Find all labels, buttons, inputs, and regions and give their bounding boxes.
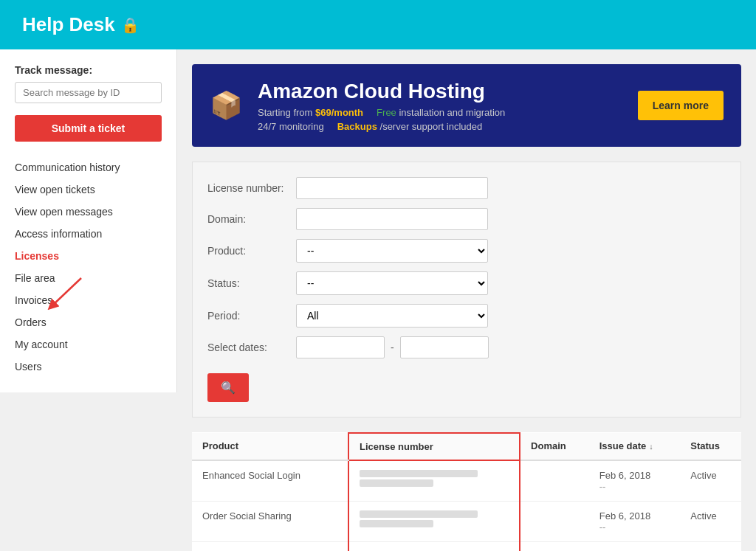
- period-label: Period:: [207, 310, 296, 322]
- col-issue-date: Issue date ↓: [589, 433, 680, 460]
- dates-label: Select dates:: [207, 342, 296, 353]
- track-message-label: Track message:: [0, 64, 176, 82]
- sidebar-item-users[interactable]: Users: [0, 356, 176, 378]
- sidebar-item-invoices[interactable]: Invoices: [0, 289, 176, 311]
- header-title: Help Desk 🔒: [22, 13, 140, 36]
- product-cell-1: Enhanced Social Login: [192, 460, 348, 502]
- col-product: Product: [192, 433, 348, 460]
- lock-icon: 🔒: [121, 16, 140, 34]
- product-row: Product: --: [207, 239, 726, 263]
- banner-text: Amazon Cloud Hosting Starting from $69/m…: [258, 79, 623, 132]
- license-number-bar-2b: [360, 520, 433, 527]
- product-select[interactable]: --: [296, 239, 488, 263]
- banner-line2: 24/7 monitoring Backups /server support …: [258, 121, 623, 132]
- license-input[interactable]: [296, 177, 488, 199]
- dates-row: Select dates: -: [207, 336, 726, 358]
- status-cell-2: Active: [680, 501, 741, 541]
- banner-free-text: Free: [377, 107, 396, 118]
- sort-icon: ↓: [649, 442, 653, 451]
- filter-form: License number: Domain: Product: -- Stat…: [192, 162, 741, 417]
- domain-cell-2: [520, 501, 589, 541]
- search-input[interactable]: [15, 82, 162, 103]
- domain-label: Domain:: [207, 213, 296, 225]
- submit-ticket-button[interactable]: Submit a ticket: [15, 115, 162, 142]
- banner-backups: Backups: [337, 121, 377, 132]
- table-header-row: Product License number Domain Issue date…: [192, 433, 741, 460]
- domain-row: Domain:: [207, 208, 726, 230]
- search-button[interactable]: 🔍: [207, 373, 249, 402]
- col-status: Status: [680, 433, 741, 460]
- header-title-text: Help Desk: [22, 13, 115, 36]
- status-cell-1: Active: [680, 460, 741, 502]
- license-cell-1: [348, 460, 520, 502]
- product-cell-3: Advanced Social Buttons: [192, 541, 348, 551]
- license-cell-3: [348, 541, 520, 551]
- sidebar-nav: Communication history View open tickets …: [0, 156, 176, 378]
- license-number-bar-1: [360, 470, 478, 477]
- date-from-input[interactable]: [296, 336, 385, 358]
- license-number-bar-2: [360, 510, 478, 518]
- sidebar-item-access-information[interactable]: Access information: [0, 223, 176, 245]
- license-cell-2: [348, 501, 520, 541]
- license-row: License number:: [207, 177, 726, 199]
- banner-line1: Starting from $69/month Free installatio…: [258, 107, 623, 118]
- col-license: License number: [348, 433, 520, 460]
- banner-starting-text: Starting from: [258, 107, 315, 118]
- domain-cell-1: [520, 460, 589, 502]
- status-row: Status: --: [207, 271, 726, 295]
- table-row: Order Social Sharing Feb 6, 2018 -- Acti…: [192, 501, 741, 541]
- date-to-input[interactable]: [400, 336, 489, 358]
- sidebar-item-licenses[interactable]: Licenses: [0, 245, 176, 267]
- issue-date-cell-2: Feb 6, 2018 --: [589, 501, 680, 541]
- domain-cell-3: [520, 541, 589, 551]
- banner-price: $69/month: [315, 107, 363, 118]
- issue-date-cell-3: Feb 6, 2018 --: [589, 541, 680, 551]
- license-label: License number:: [207, 182, 296, 194]
- domain-input[interactable]: [296, 208, 488, 230]
- table-row: Advanced Social Buttons Feb 6, 2018 -- A…: [192, 541, 741, 551]
- table-row: Enhanced Social Login Feb 6, 2018 -- Act…: [192, 460, 741, 502]
- content-area: 📦 Amazon Cloud Hosting Starting from $69…: [177, 49, 756, 551]
- status-label: Status:: [207, 277, 296, 289]
- sidebar-item-view-open-messages[interactable]: View open messages: [0, 201, 176, 223]
- col-domain: Domain: [520, 433, 589, 460]
- header: Help Desk 🔒: [0, 0, 756, 49]
- sidebar: Track message: Submit a ticket Communica…: [0, 49, 177, 392]
- product-label: Product:: [207, 245, 296, 257]
- table-body: Enhanced Social Login Feb 6, 2018 -- Act…: [192, 460, 741, 551]
- sidebar-item-orders[interactable]: Orders: [0, 311, 176, 333]
- period-row: Period: All: [207, 304, 726, 328]
- product-cell-2: Order Social Sharing: [192, 501, 348, 541]
- status-cell-3: Active: [680, 541, 741, 551]
- date-separator: -: [391, 342, 394, 353]
- licenses-table: Product License number Domain Issue date…: [192, 432, 741, 551]
- license-number-bar-1b: [360, 479, 433, 487]
- status-select[interactable]: --: [296, 271, 488, 295]
- sidebar-item-file-area[interactable]: File area: [0, 267, 176, 289]
- issue-date-cell-1: Feb 6, 2018 --: [589, 460, 680, 502]
- banner-icon: 📦: [210, 90, 243, 121]
- sidebar-item-my-account[interactable]: My account: [0, 333, 176, 356]
- period-select[interactable]: All: [296, 304, 488, 328]
- amazon-banner: 📦 Amazon Cloud Hosting Starting from $69…: [192, 64, 741, 147]
- dates-inputs: -: [296, 336, 489, 358]
- learn-more-button[interactable]: Learn more: [638, 91, 724, 120]
- banner-title: Amazon Cloud Hosting: [258, 79, 623, 104]
- sidebar-wrapper: Track message: Submit a ticket Communica…: [0, 49, 177, 551]
- banner-install-text: installation and migration: [399, 107, 505, 118]
- sidebar-item-communication-history[interactable]: Communication history: [0, 156, 176, 179]
- banner-monitoring: 24/7 monitoring: [258, 121, 324, 132]
- banner-server-text: /server support included: [380, 121, 483, 132]
- sidebar-item-view-open-tickets[interactable]: View open tickets: [0, 179, 176, 201]
- main-container: Track message: Submit a ticket Communica…: [0, 49, 756, 551]
